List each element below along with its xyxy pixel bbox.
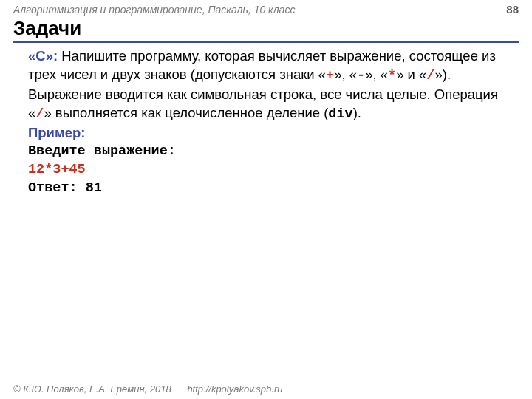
answer-value: 81 — [86, 180, 102, 196]
footer: © К.Ю. Поляков, Е.А. Ерёмин, 2018 http:/… — [13, 383, 282, 395]
header-bar: Алгоритмизация и программирование, Паска… — [0, 0, 532, 17]
course-name: Алгоритмизация и программирование, Паска… — [13, 4, 295, 16]
op-minus: - — [357, 68, 365, 83]
page-title: Задачи — [13, 17, 519, 43]
task-label: «C»: — [28, 48, 58, 64]
task-text-3: » выполняется как целочисленное деление … — [44, 105, 328, 120]
task-sep-1: », « — [334, 66, 357, 82]
task-paragraph: «C»: Напишите программу, которая вычисля… — [28, 47, 504, 124]
op-plus: + — [326, 68, 334, 83]
example-label: Пример: — [28, 124, 504, 143]
op-mul: * — [388, 68, 396, 83]
page-number: 88 — [506, 3, 519, 16]
example-input: 12*3+45 — [28, 161, 504, 180]
op-div-2: / — [35, 106, 44, 122]
task-sep-3: » и « — [396, 66, 426, 82]
footer-url: http://kpolyakov.spb.ru — [187, 383, 282, 395]
task-text-end: ). — [353, 105, 361, 120]
answer-label: Ответ: — [28, 180, 86, 196]
content: «C»: Напишите программу, которая вычисля… — [0, 43, 532, 198]
example-answer: Ответ: 81 — [28, 180, 504, 198]
op-div: / — [426, 68, 434, 83]
task-sep-2: », « — [365, 66, 388, 82]
copyright: © К.Ю. Поляков, Е.А. Ерёмин, 2018 — [13, 383, 171, 395]
example-prompt: Введите выражение: — [28, 143, 504, 161]
div-keyword: div — [328, 106, 352, 122]
title-block: Задачи — [0, 17, 532, 43]
